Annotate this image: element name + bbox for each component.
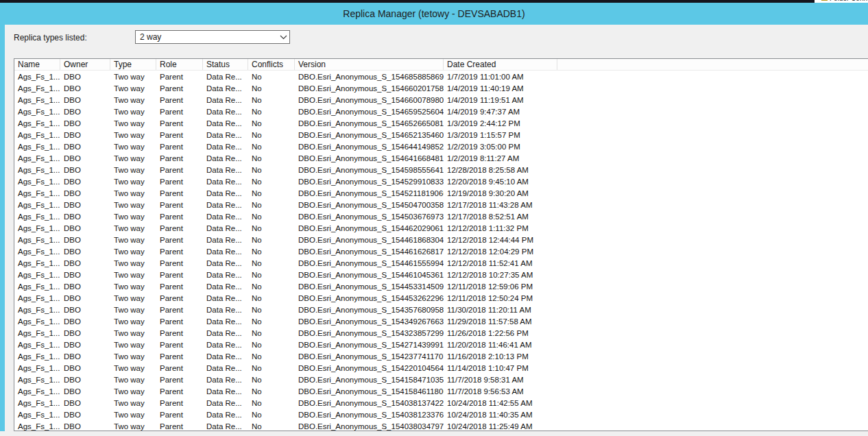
cell-version: DBO.Esri_Anonymous_S_1545211819060 xyxy=(295,189,444,197)
replica-types-dropdown[interactable]: 2 way xyxy=(135,30,290,44)
cell-type: Two way xyxy=(110,201,156,209)
cell-date_created: 12/12/2018 12:04:29 PM xyxy=(444,247,557,256)
cell-role: Parent xyxy=(156,341,203,349)
table-row[interactable]: Ags_Fs_1...DBOTwo wayParentData Re...NoD… xyxy=(14,129,868,141)
cell-type: Two way xyxy=(110,317,156,326)
cell-name: Ags_Fs_1... xyxy=(14,387,60,396)
table-row[interactable]: Ags_Fs_1...DBOTwo wayParentData Re...NoD… xyxy=(14,187,868,199)
cell-date_created: 12/12/2018 12:44:44 PM xyxy=(444,236,557,244)
table-row[interactable]: Ags_Fs_1...DBOTwo wayParentData Re...NoD… xyxy=(14,374,868,385)
replica-types-label: Replica types listed: xyxy=(14,33,87,43)
cell-type: Two way xyxy=(110,247,156,256)
cell-conflicts: No xyxy=(248,387,295,396)
cell-conflicts: No xyxy=(248,96,295,104)
table-row[interactable]: Ags_Fs_1...DBOTwo wayParentData Re...NoD… xyxy=(14,362,868,374)
cell-type: Two way xyxy=(110,271,156,279)
titlebar[interactable]: Replica Manager (tetowy - DEVSABADB1) xyxy=(0,3,868,25)
table-row[interactable]: Ags_Fs_1...DBOTwo wayParentData Re...NoD… xyxy=(14,245,868,257)
cell-conflicts: No xyxy=(248,294,295,302)
table-row[interactable]: Ags_Fs_1...DBOTwo wayParentData Re...NoD… xyxy=(14,152,868,164)
table-row[interactable]: Ags_Fs_1...DBOTwo wayParentData Re...NoD… xyxy=(14,94,868,106)
cell-conflicts: No xyxy=(248,154,295,162)
cell-conflicts: No xyxy=(248,108,295,116)
window-left-border xyxy=(0,25,5,436)
table-row[interactable]: Ags_Fs_1...DBOTwo wayParentData Re...NoD… xyxy=(14,141,868,152)
cell-type: Two way xyxy=(110,143,156,151)
table-row[interactable]: Ags_Fs_1...DBOTwo wayParentData Re...NoD… xyxy=(14,222,868,234)
cell-type: Two way xyxy=(110,282,156,291)
cell-owner: DBO xyxy=(60,73,110,81)
column-header-conflicts[interactable]: Conflicts xyxy=(248,59,295,70)
table-row[interactable]: Ags_Fs_1...DBOTwo wayParentData Re...NoD… xyxy=(14,164,868,175)
cell-type: Two way xyxy=(110,329,156,337)
cell-status: Data Re... xyxy=(203,108,248,116)
table-row[interactable]: Ags_Fs_1...DBOTwo wayParentData Re...NoD… xyxy=(14,280,868,292)
cell-owner: DBO xyxy=(60,376,110,384)
table-row[interactable]: Ags_Fs_1...DBOTwo wayParentData Re...NoD… xyxy=(14,350,868,362)
cell-role: Parent xyxy=(156,201,203,209)
cell-version: DBO.Esri_Anonymous_S_1546602017587 xyxy=(295,84,444,93)
column-header-date_created[interactable]: Date Created xyxy=(444,59,557,70)
cell-conflicts: No xyxy=(248,84,295,93)
table-row[interactable]: Ags_Fs_1...DBOTwo wayParentData Re...NoD… xyxy=(14,117,868,129)
chevron-down-icon[interactable] xyxy=(277,31,289,43)
table-row[interactable]: Ags_Fs_1...DBOTwo wayParentData Re...NoD… xyxy=(14,106,868,117)
table-row[interactable]: Ags_Fs_1...DBOTwo wayParentData Re...NoD… xyxy=(14,257,868,269)
table-row[interactable]: Ags_Fs_1...DBOTwo wayParentData Re...NoD… xyxy=(14,199,868,210)
cell-status: Data Re... xyxy=(203,247,248,256)
table-row[interactable]: Ags_Fs_1...DBOTwo wayParentData Re...NoD… xyxy=(14,71,868,82)
cell-owner: DBO xyxy=(60,329,110,337)
column-header-name[interactable]: Name xyxy=(14,59,60,70)
cell-owner: DBO xyxy=(60,306,110,314)
cell-conflicts: No xyxy=(248,189,295,197)
table-row[interactable]: Ags_Fs_1...DBOTwo wayParentData Re...NoD… xyxy=(14,292,868,304)
column-header-owner[interactable]: Owner xyxy=(60,59,110,70)
cell-name: Ags_Fs_1... xyxy=(14,154,60,162)
cell-owner: DBO xyxy=(60,213,110,221)
cell-version: DBO.Esri_Anonymous_S_1546521354607 xyxy=(295,131,444,139)
column-header-status[interactable]: Status xyxy=(203,59,248,70)
table-row[interactable]: Ags_Fs_1...DBOTwo wayParentData Re...NoD… xyxy=(14,315,868,327)
cell-status: Data Re... xyxy=(203,364,248,372)
cell-conflicts: No xyxy=(248,399,295,407)
cell-conflicts: No xyxy=(248,143,295,151)
cell-version: DBO.Esri_Anonymous_S_1543238572990 xyxy=(295,329,444,337)
column-header-type[interactable]: Type xyxy=(110,59,156,70)
table-row[interactable]: Ags_Fs_1...DBOTwo wayParentData Re...NoD… xyxy=(14,420,868,431)
column-header-role[interactable]: Role xyxy=(156,59,203,70)
table-row[interactable]: Ags_Fs_1...DBOTwo wayParentData Re...NoD… xyxy=(14,304,868,315)
cell-type: Two way xyxy=(110,108,156,116)
cell-conflicts: No xyxy=(248,282,295,291)
table-row[interactable]: Ags_Fs_1...DBOTwo wayParentData Re...NoD… xyxy=(14,385,868,397)
table-row[interactable]: Ags_Fs_1...DBOTwo wayParentData Re...NoD… xyxy=(14,327,868,339)
table-row[interactable]: Ags_Fs_1...DBOTwo wayParentData Re...NoD… xyxy=(14,339,868,350)
cell-version: DBO.Esri_Anonymous_S_1541584611800 xyxy=(295,387,444,396)
cell-type: Two way xyxy=(110,73,156,81)
cell-role: Parent xyxy=(156,119,203,128)
cell-version: DBO.Esri_Anonymous_S_1545047003580 xyxy=(295,201,444,209)
cell-role: Parent xyxy=(156,422,203,431)
cell-name: Ags_Fs_1... xyxy=(14,411,60,419)
cell-type: Two way xyxy=(110,399,156,407)
cell-status: Data Re... xyxy=(203,119,248,128)
cell-role: Parent xyxy=(156,387,203,396)
cell-name: Ags_Fs_1... xyxy=(14,282,60,291)
table-row[interactable]: Ags_Fs_1...DBOTwo wayParentData Re...NoD… xyxy=(14,234,868,245)
cell-type: Two way xyxy=(110,166,156,174)
cell-type: Two way xyxy=(110,411,156,419)
table-row[interactable]: Ags_Fs_1...DBOTwo wayParentData Re...NoD… xyxy=(14,82,868,94)
table-row[interactable]: Ags_Fs_1...DBOTwo wayParentData Re...NoD… xyxy=(14,210,868,222)
table-row[interactable]: Ags_Fs_1...DBOTwo wayParentData Re...NoD… xyxy=(14,175,868,187)
cell-status: Data Re... xyxy=(203,259,248,267)
cell-owner: DBO xyxy=(60,317,110,326)
table-row[interactable]: Ags_Fs_1...DBOTwo wayParentData Re...NoD… xyxy=(14,269,868,280)
cell-version: DBO.Esri_Anonymous_S_1544610453617 xyxy=(295,271,444,279)
cell-conflicts: No xyxy=(248,178,295,186)
cell-owner: DBO xyxy=(60,282,110,291)
window-title: Replica Manager (tetowy - DEVSABADB1) xyxy=(343,8,525,19)
table-row[interactable]: Ags_Fs_1...DBOTwo wayParentData Re...NoD… xyxy=(14,397,868,409)
cell-conflicts: No xyxy=(248,201,295,209)
column-header-version[interactable]: Version xyxy=(295,59,444,70)
table-row[interactable]: Ags_Fs_1...DBOTwo wayParentData Re...NoD… xyxy=(14,409,868,420)
cell-name: Ags_Fs_1... xyxy=(14,189,60,197)
